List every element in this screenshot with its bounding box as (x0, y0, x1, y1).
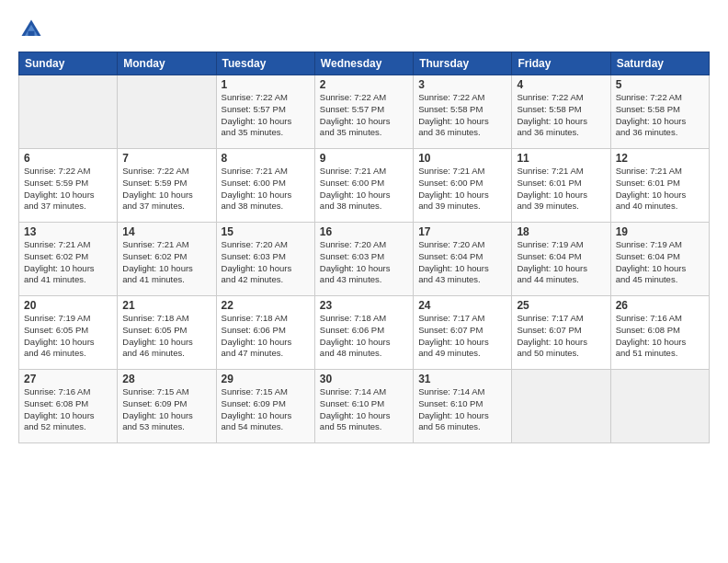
day-info: Sunrise: 7:17 AM Sunset: 6:07 PM Dayligh… (418, 313, 506, 360)
day-of-week-header: Saturday (610, 52, 709, 75)
day-number: 23 (320, 299, 408, 312)
day-number: 7 (122, 152, 210, 165)
day-info: Sunrise: 7:21 AM Sunset: 6:01 PM Dayligh… (517, 166, 605, 213)
day-info: Sunrise: 7:19 AM Sunset: 6:04 PM Dayligh… (616, 239, 704, 286)
calendar-day-cell: 11Sunrise: 7:21 AM Sunset: 6:01 PM Dayli… (512, 149, 610, 223)
calendar-day-cell (19, 75, 118, 149)
day-number: 26 (616, 299, 704, 312)
day-info: Sunrise: 7:22 AM Sunset: 5:58 PM Dayligh… (616, 92, 704, 139)
day-info: Sunrise: 7:19 AM Sunset: 6:04 PM Dayligh… (517, 239, 605, 286)
calendar-day-cell: 8Sunrise: 7:21 AM Sunset: 6:00 PM Daylig… (216, 149, 314, 223)
day-number: 8 (222, 152, 310, 165)
calendar-day-cell: 12Sunrise: 7:21 AM Sunset: 6:01 PM Dayli… (610, 149, 709, 223)
day-number: 4 (517, 78, 605, 91)
day-of-week-header: Sunday (19, 52, 118, 75)
day-info: Sunrise: 7:18 AM Sunset: 6:06 PM Dayligh… (320, 313, 408, 360)
day-number: 2 (320, 78, 408, 91)
day-number: 12 (616, 152, 704, 165)
svg-rect-2 (28, 31, 35, 36)
day-number: 16 (320, 225, 408, 238)
calendar-day-cell: 13Sunrise: 7:21 AM Sunset: 6:02 PM Dayli… (19, 223, 118, 296)
calendar-day-cell: 29Sunrise: 7:15 AM Sunset: 6:09 PM Dayli… (216, 370, 314, 443)
day-number: 21 (122, 299, 210, 312)
calendar-day-cell: 26Sunrise: 7:16 AM Sunset: 6:08 PM Dayli… (610, 296, 709, 370)
day-number: 15 (222, 225, 310, 238)
calendar-day-cell: 9Sunrise: 7:21 AM Sunset: 6:00 PM Daylig… (314, 149, 413, 223)
calendar-day-cell: 6Sunrise: 7:22 AM Sunset: 5:59 PM Daylig… (19, 149, 118, 223)
day-number: 28 (122, 373, 210, 385)
day-number: 25 (517, 299, 605, 312)
calendar-day-cell: 2Sunrise: 7:22 AM Sunset: 5:57 PM Daylig… (314, 75, 413, 149)
day-info: Sunrise: 7:22 AM Sunset: 5:59 PM Dayligh… (24, 166, 112, 213)
calendar-header-row: SundayMondayTuesdayWednesdayThursdayFrid… (19, 52, 710, 75)
calendar-day-cell: 16Sunrise: 7:20 AM Sunset: 6:03 PM Dayli… (314, 223, 413, 296)
day-info: Sunrise: 7:22 AM Sunset: 5:58 PM Dayligh… (418, 92, 506, 139)
day-number: 9 (320, 152, 408, 165)
header (18, 17, 710, 42)
calendar-day-cell: 23Sunrise: 7:18 AM Sunset: 6:06 PM Dayli… (314, 296, 413, 370)
day-info: Sunrise: 7:21 AM Sunset: 6:00 PM Dayligh… (320, 166, 408, 213)
day-info: Sunrise: 7:20 AM Sunset: 6:04 PM Dayligh… (418, 239, 506, 286)
calendar-week-row: 13Sunrise: 7:21 AM Sunset: 6:02 PM Dayli… (19, 223, 710, 296)
day-info: Sunrise: 7:19 AM Sunset: 6:05 PM Dayligh… (24, 313, 112, 360)
logo (18, 17, 48, 42)
day-number: 20 (24, 299, 112, 312)
day-info: Sunrise: 7:20 AM Sunset: 6:03 PM Dayligh… (320, 239, 408, 286)
calendar-day-cell: 19Sunrise: 7:19 AM Sunset: 6:04 PM Dayli… (610, 223, 709, 296)
day-info: Sunrise: 7:14 AM Sunset: 6:10 PM Dayligh… (320, 386, 408, 433)
day-info: Sunrise: 7:21 AM Sunset: 6:02 PM Dayligh… (122, 239, 210, 286)
calendar-day-cell: 7Sunrise: 7:22 AM Sunset: 5:59 PM Daylig… (118, 149, 216, 223)
day-info: Sunrise: 7:16 AM Sunset: 6:08 PM Dayligh… (616, 313, 704, 360)
calendar-day-cell: 1Sunrise: 7:22 AM Sunset: 5:57 PM Daylig… (216, 75, 314, 149)
day-info: Sunrise: 7:18 AM Sunset: 6:05 PM Dayligh… (122, 313, 210, 360)
day-info: Sunrise: 7:14 AM Sunset: 6:10 PM Dayligh… (418, 386, 506, 433)
calendar-week-row: 27Sunrise: 7:16 AM Sunset: 6:08 PM Dayli… (19, 370, 710, 443)
day-number: 19 (616, 225, 704, 238)
day-info: Sunrise: 7:20 AM Sunset: 6:03 PM Dayligh… (222, 239, 310, 286)
calendar-day-cell: 3Sunrise: 7:22 AM Sunset: 5:58 PM Daylig… (414, 75, 512, 149)
day-of-week-header: Monday (118, 52, 216, 75)
day-number: 6 (24, 152, 112, 165)
calendar-day-cell (118, 75, 216, 149)
day-number: 3 (418, 78, 506, 91)
day-info: Sunrise: 7:22 AM Sunset: 5:57 PM Dayligh… (222, 92, 310, 139)
day-info: Sunrise: 7:21 AM Sunset: 6:00 PM Dayligh… (418, 166, 506, 213)
day-number: 30 (320, 373, 408, 385)
calendar-table: SundayMondayTuesdayWednesdayThursdayFrid… (18, 52, 710, 443)
calendar-day-cell: 28Sunrise: 7:15 AM Sunset: 6:09 PM Dayli… (118, 370, 216, 443)
calendar-day-cell: 31Sunrise: 7:14 AM Sunset: 6:10 PM Dayli… (414, 370, 512, 443)
calendar-day-cell: 30Sunrise: 7:14 AM Sunset: 6:10 PM Dayli… (314, 370, 413, 443)
calendar-day-cell: 21Sunrise: 7:18 AM Sunset: 6:05 PM Dayli… (118, 296, 216, 370)
page: SundayMondayTuesdayWednesdayThursdayFrid… (0, 0, 728, 563)
calendar-week-row: 20Sunrise: 7:19 AM Sunset: 6:05 PM Dayli… (19, 296, 710, 370)
day-number: 31 (418, 373, 506, 385)
day-number: 22 (222, 299, 310, 312)
calendar-day-cell: 27Sunrise: 7:16 AM Sunset: 6:08 PM Dayli… (19, 370, 118, 443)
calendar-day-cell: 17Sunrise: 7:20 AM Sunset: 6:04 PM Dayli… (414, 223, 512, 296)
day-number: 5 (616, 78, 704, 91)
day-info: Sunrise: 7:16 AM Sunset: 6:08 PM Dayligh… (24, 386, 112, 433)
calendar-day-cell: 25Sunrise: 7:17 AM Sunset: 6:07 PM Dayli… (512, 296, 610, 370)
calendar-day-cell: 24Sunrise: 7:17 AM Sunset: 6:07 PM Dayli… (414, 296, 512, 370)
day-info: Sunrise: 7:22 AM Sunset: 5:59 PM Dayligh… (122, 166, 210, 213)
day-info: Sunrise: 7:18 AM Sunset: 6:06 PM Dayligh… (222, 313, 310, 360)
day-number: 14 (122, 225, 210, 238)
day-info: Sunrise: 7:22 AM Sunset: 5:58 PM Dayligh… (517, 92, 605, 139)
day-info: Sunrise: 7:22 AM Sunset: 5:57 PM Dayligh… (320, 92, 408, 139)
calendar-day-cell: 18Sunrise: 7:19 AM Sunset: 6:04 PM Dayli… (512, 223, 610, 296)
day-number: 1 (222, 78, 310, 91)
calendar-day-cell (512, 370, 610, 443)
calendar-day-cell: 15Sunrise: 7:20 AM Sunset: 6:03 PM Dayli… (216, 223, 314, 296)
day-info: Sunrise: 7:21 AM Sunset: 6:02 PM Dayligh… (24, 239, 112, 286)
calendar-week-row: 1Sunrise: 7:22 AM Sunset: 5:57 PM Daylig… (19, 75, 710, 149)
calendar-day-cell: 10Sunrise: 7:21 AM Sunset: 6:00 PM Dayli… (414, 149, 512, 223)
day-info: Sunrise: 7:17 AM Sunset: 6:07 PM Dayligh… (517, 313, 605, 360)
calendar-day-cell: 22Sunrise: 7:18 AM Sunset: 6:06 PM Dayli… (216, 296, 314, 370)
calendar-week-row: 6Sunrise: 7:22 AM Sunset: 5:59 PM Daylig… (19, 149, 710, 223)
calendar-day-cell: 20Sunrise: 7:19 AM Sunset: 6:05 PM Dayli… (19, 296, 118, 370)
day-number: 29 (222, 373, 310, 385)
day-of-week-header: Friday (512, 52, 610, 75)
day-number: 24 (418, 299, 506, 312)
day-info: Sunrise: 7:15 AM Sunset: 6:09 PM Dayligh… (122, 386, 210, 433)
day-number: 27 (24, 373, 112, 385)
